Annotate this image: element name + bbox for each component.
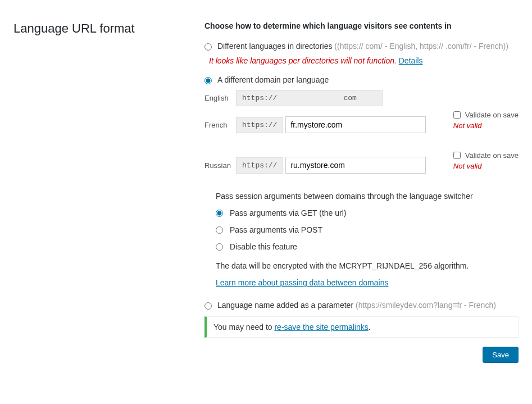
encrypt-note: The data will be encrypted with the MCRY… xyxy=(216,261,519,270)
lang-name-russian: Russian xyxy=(204,161,236,170)
session-heading: Pass session arguments between domains t… xyxy=(216,192,519,201)
radio-parameter-hint: (https://smileydev.com?lang=fr - French) xyxy=(356,301,496,310)
page-title: Language URL format xyxy=(13,21,182,36)
radio-session-get-label: Pass arguments via GET (the url) xyxy=(230,208,346,217)
french-validate-label: Validate on save xyxy=(465,111,519,119)
russian-status: Not valid xyxy=(453,162,519,170)
radio-parameter[interactable] xyxy=(204,302,212,310)
french-prefix: https:// xyxy=(236,117,283,133)
radio-session-get[interactable] xyxy=(216,210,223,217)
radio-session-disable[interactable] xyxy=(216,243,223,251)
lang-name-english: English xyxy=(204,94,236,102)
permalink-notice: You may need to re-save the site permali… xyxy=(204,316,519,338)
lang-name-french: French xyxy=(204,121,236,129)
radio-directories-label: Different languages in directories xyxy=(217,42,332,51)
radio-domain-label: A different domain per language xyxy=(217,75,329,84)
english-prefix: https:// xyxy=(236,90,283,106)
radio-parameter-label: Language name added as a parameter xyxy=(217,301,353,310)
russian-prefix: https:// xyxy=(236,157,283,174)
section-heading: Choose how to determine which language v… xyxy=(204,21,519,30)
russian-validate-label: Validate on save xyxy=(465,151,519,160)
details-link[interactable]: Details xyxy=(399,56,423,65)
resave-permalinks-link[interactable]: re-save the site permalinks xyxy=(274,323,368,332)
radio-directories-hint: ((https:// com/ - English, https:// .com… xyxy=(334,42,508,51)
directories-warning: It looks like languages per directories … xyxy=(209,56,519,65)
french-status: Not valid xyxy=(453,121,519,130)
radio-domain[interactable] xyxy=(204,77,212,84)
radio-directories[interactable] xyxy=(204,43,212,51)
russian-domain-input[interactable] xyxy=(285,157,426,174)
radio-session-disable-label: Disable this feature xyxy=(230,242,297,251)
lang-row-english: English https:// com xyxy=(204,90,519,106)
french-domain-input[interactable] xyxy=(285,116,426,133)
radio-session-post[interactable] xyxy=(216,226,223,234)
learn-more-link[interactable]: Learn more about passing data between do… xyxy=(216,278,388,287)
english-tld: com xyxy=(338,90,383,106)
english-domain xyxy=(283,90,338,106)
save-button[interactable]: Save xyxy=(483,347,519,363)
french-validate-checkbox[interactable] xyxy=(453,111,461,119)
lang-row-french: French https:// xyxy=(204,116,444,133)
russian-validate-checkbox[interactable] xyxy=(453,152,461,159)
radio-session-post-label: Pass arguments via POST xyxy=(230,225,322,234)
lang-row-russian: Russian https:// xyxy=(204,157,444,174)
